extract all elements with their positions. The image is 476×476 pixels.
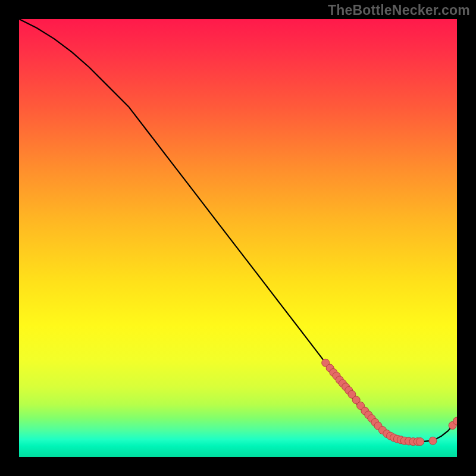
data-markers [322, 359, 457, 445]
plot-area [19, 19, 457, 457]
chart-overlay [19, 19, 457, 457]
data-marker [429, 437, 437, 444]
curve-line [19, 19, 457, 441]
data-marker [416, 438, 424, 446]
watermark-label: TheBottleNecker.com [328, 2, 470, 18]
chart-stage: TheBottleNecker.com [0, 0, 476, 476]
